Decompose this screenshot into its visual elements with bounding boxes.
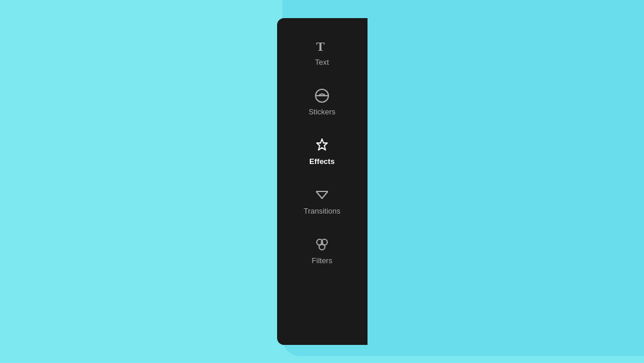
- sidebar-item-effects[interactable]: Effects: [277, 127, 368, 176]
- stickers-icon: [314, 88, 330, 104]
- sidebar: T Text Stickers Effects: [277, 18, 368, 345]
- effects-icon: [314, 137, 330, 153]
- sidebar-item-effects-label: Effects: [309, 157, 334, 166]
- sidebar-item-text[interactable]: T Text: [277, 27, 368, 77]
- sidebar-item-transitions-label: Transitions: [303, 207, 340, 215]
- sidebar-item-text-label: Text: [315, 58, 329, 67]
- sidebar-item-filters[interactable]: Filters: [277, 226, 368, 275]
- sidebar-item-transitions[interactable]: Transitions: [277, 176, 368, 226]
- text-icon: T: [314, 38, 330, 54]
- transitions-icon: [314, 187, 330, 203]
- sidebar-item-filters-label: Filters: [312, 256, 332, 265]
- sidebar-item-stickers-label: Stickers: [309, 107, 335, 116]
- svg-point-7: [319, 244, 325, 250]
- svg-text:T: T: [316, 39, 325, 54]
- sidebar-item-stickers[interactable]: Stickers: [277, 77, 368, 127]
- filters-icon: [314, 236, 330, 253]
